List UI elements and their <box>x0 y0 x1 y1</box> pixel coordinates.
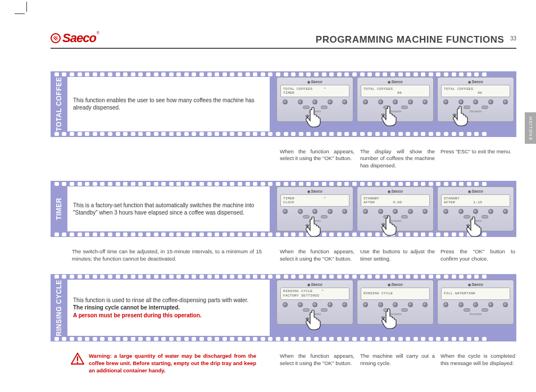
machine-button <box>283 209 288 214</box>
section-row: RINSING CYCLE This function is used to r… <box>51 274 516 342</box>
panel-brand: Saeco <box>361 282 430 286</box>
machine-knob <box>383 308 390 312</box>
machine-model: Incanto <box>441 109 510 113</box>
lcd-display: TOTAL COFFEES 86 <box>361 85 430 97</box>
machine-panel: Saeco RINSING CYCLE Incanto <box>357 280 434 325</box>
machine-button <box>423 302 428 307</box>
machine-button <box>328 302 333 307</box>
panel-brand: Saeco <box>361 189 430 193</box>
warning-icon <box>71 353 84 365</box>
section-note: The switch-off time can be adjusted, in … <box>71 248 267 263</box>
panel-brand: Saeco <box>441 80 510 84</box>
machine-button <box>312 99 317 104</box>
machine-knob <box>321 308 328 312</box>
machine-panel: Saeco TOTAL COFFEES 86 Incanto <box>357 77 434 122</box>
machine-button <box>458 302 464 307</box>
machine-button <box>328 209 333 214</box>
section-label: RINSING CYCLE <box>51 280 67 336</box>
section-label: TOTAL COFFEE <box>51 77 67 131</box>
section-row: TOTAL COFFEE This function enables the u… <box>51 71 516 137</box>
machine-button <box>363 209 368 214</box>
lcd-display: TIMER * CLOCK <box>280 194 349 207</box>
panel-brand: Saeco <box>280 189 349 193</box>
machine-knob <box>464 308 470 312</box>
machine-button <box>283 302 288 307</box>
machine-knob <box>303 106 310 109</box>
machine-panel: Saeco FILL WATERTANK Incanto <box>437 280 514 325</box>
machine-button <box>423 99 428 104</box>
machine-knob <box>303 308 310 312</box>
lcd-display: RINSING CYCLE * FACTORY SETTINGS <box>280 288 349 300</box>
display-line-1: STANDBY <box>444 197 507 200</box>
machine-button <box>488 302 493 307</box>
section-description: This function enables the user to see ho… <box>67 77 270 131</box>
display-line-2: 86 <box>364 91 427 95</box>
machine-button <box>503 209 508 214</box>
display-line-1: TOTAL COFFEES <box>444 87 507 91</box>
machine-button <box>443 99 448 104</box>
machine-knob <box>464 106 470 109</box>
page-number: 33 <box>510 35 516 42</box>
machine-panel: Saeco RINSING CYCLE * FACTORY SETTINGS I… <box>276 280 353 325</box>
machine-panel: Saeco TOTAL COFFEES * TIMER Incanto <box>276 77 353 122</box>
machine-button <box>363 99 368 104</box>
step-caption: The display will show the number of coff… <box>359 148 436 170</box>
machine-panel: Saeco STANDBY AFTER 3:00 Incanto <box>357 186 434 231</box>
machine-button <box>378 302 383 307</box>
lcd-display: RINSING CYCLE <box>361 288 430 300</box>
display-line-1: TIMER * <box>283 197 347 200</box>
display-line-2: FACTORY SETTINGS <box>283 294 347 298</box>
language-tab: ENGLISH <box>525 112 536 144</box>
machine-knob <box>321 106 328 109</box>
machine-button <box>408 302 413 307</box>
machine-button <box>408 209 413 214</box>
panel-brand: Saeco <box>280 282 349 286</box>
step-caption: When the function appears, select it usi… <box>279 248 356 263</box>
machine-button <box>298 302 303 307</box>
step-caption: When the function appears, select it usi… <box>279 148 356 163</box>
machine-knob <box>482 106 488 109</box>
machine-model: Incanto <box>441 218 510 223</box>
machine-button <box>473 209 478 214</box>
panel-brand: Saeco <box>441 282 510 286</box>
machine-button <box>473 302 478 307</box>
warning-text: Warning: a large quantity of water may b… <box>89 353 262 374</box>
display-line-1: TOTAL COFFEES * <box>283 87 347 91</box>
machine-button <box>473 99 478 104</box>
machine-button <box>393 99 398 104</box>
machine-button <box>378 209 383 214</box>
machine-model: Incanto <box>361 109 430 113</box>
registered-icon: ® <box>97 31 99 35</box>
machine-button <box>298 99 303 104</box>
machine-button <box>342 302 347 307</box>
machine-button <box>393 302 398 307</box>
machine-knob <box>383 215 390 218</box>
panel-brand: Saeco <box>280 80 349 84</box>
machine-knob <box>303 215 310 218</box>
display-line-2: CLOCK <box>283 200 347 204</box>
machine-button <box>328 99 333 104</box>
display-line-1: STANDBY <box>364 197 427 200</box>
lcd-display: STANDBY AFTER 1:15 <box>441 194 510 207</box>
machine-button <box>443 209 448 214</box>
machine-knob <box>401 215 408 218</box>
machine-panel: Saeco TOTAL COFFEES 86 Incanto <box>437 77 514 122</box>
machine-button <box>503 302 508 307</box>
display-line-2: TIMER <box>283 91 347 95</box>
machine-model: Incanto <box>280 218 349 223</box>
machine-knob <box>482 308 488 312</box>
machine-knob <box>401 106 408 109</box>
machine-model: Incanto <box>361 312 430 316</box>
machine-model: Incanto <box>361 218 430 223</box>
step-caption: When the function appears, select it usi… <box>279 353 356 367</box>
page-title: PROGRAMMING MACHINE FUNCTIONS <box>316 34 505 45</box>
section-row: TIMER This is a factory-set function tha… <box>51 181 516 237</box>
machine-button <box>458 99 464 104</box>
machine-button <box>378 99 383 104</box>
machine-panel: Saeco TIMER * CLOCK Incanto <box>276 186 353 231</box>
step-caption: Use the buttons to adjust the timer sett… <box>359 248 436 263</box>
machine-model: Incanto <box>280 312 349 316</box>
machine-knob <box>482 215 488 218</box>
svg-point-1 <box>77 362 79 363</box>
machine-button <box>458 209 464 214</box>
